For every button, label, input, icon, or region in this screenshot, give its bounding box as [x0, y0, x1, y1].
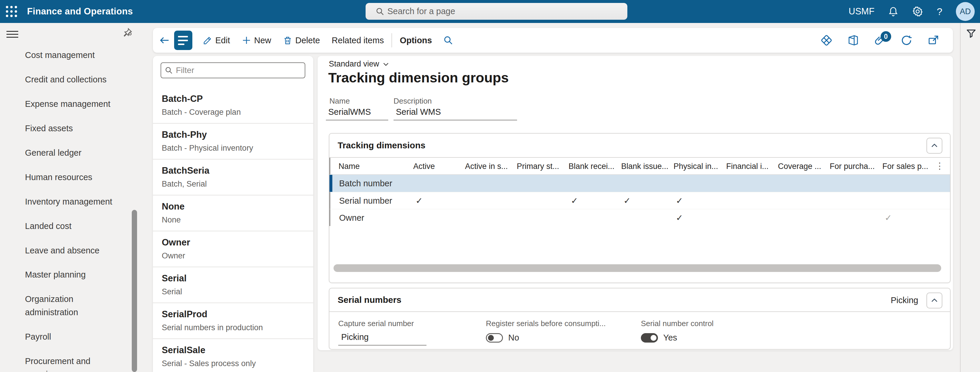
sidebar-item-label: Landed cost — [25, 220, 72, 233]
sidebar-item-expense-management[interactable]: Expense management — [0, 92, 140, 116]
list-item-batch-phy[interactable]: Batch-PhyBatch - Physical inventory — [153, 124, 313, 160]
view-selector[interactable]: Standard view — [329, 59, 390, 69]
capture-serial-number-field[interactable] — [338, 328, 426, 345]
unpin-icon[interactable] — [123, 27, 133, 38]
help-icon[interactable]: ? — [937, 6, 942, 18]
list-item-owner[interactable]: OwnerOwner — [153, 232, 313, 267]
description-field[interactable] — [393, 107, 517, 120]
sidebar-item-human-resources[interactable]: Human resources — [0, 165, 140, 190]
table-row-serial-number[interactable]: Serial number✓✓✓✓ — [329, 192, 950, 209]
sidebar-item-landed-cost[interactable]: Landed cost — [0, 214, 140, 238]
list-item-name: Batch-CP — [162, 94, 310, 104]
list-item-description: Batch, Serial — [162, 179, 310, 188]
attachments-count-badge: 0 — [881, 31, 891, 42]
tracking-dimensions-header[interactable]: Tracking dimensions — [329, 134, 950, 158]
new-button[interactable]: New — [236, 28, 277, 53]
register-serials-toggle[interactable] — [486, 333, 503, 343]
back-arrow-icon[interactable] — [159, 35, 170, 46]
filter-funnel-icon[interactable] — [966, 28, 977, 39]
sidebar-item-label: Inventory management — [25, 195, 112, 208]
filter-input[interactable] — [176, 65, 294, 75]
list-item-batchseria[interactable]: BatchSeriaBatch, Serial — [153, 160, 313, 195]
office-icon[interactable] — [848, 35, 859, 46]
list-item-none[interactable]: NoneNone — [153, 195, 313, 232]
waffle-menu-icon[interactable] — [0, 0, 23, 23]
power-apps-icon[interactable] — [821, 34, 832, 46]
column-header-physical-in[interactable]: Physical in... — [673, 162, 718, 171]
checkmark-icon: ✓ — [676, 213, 683, 223]
related-items-button[interactable]: Related items — [326, 28, 390, 53]
column-header-active-in-s[interactable]: Active in s... — [465, 162, 508, 171]
delete-button[interactable]: Delete — [277, 28, 326, 53]
checkmark-icon: ✓ — [624, 196, 631, 206]
list-item-description: Serial - Sales process only — [162, 359, 310, 368]
collapse-chevron-up-button[interactable] — [926, 292, 942, 308]
show-list-button[interactable] — [174, 30, 192, 50]
column-header-for-sales-p[interactable]: For sales p... — [882, 162, 928, 171]
tracking-dimensions-section: Tracking dimensions NameActiveActive in … — [329, 133, 951, 283]
sidebar-item-organization-administration[interactable]: Organization administration — [0, 287, 140, 325]
settings-gear-icon[interactable] — [912, 6, 923, 17]
column-header-for-purcha[interactable]: For purcha... — [830, 162, 875, 171]
column-header-financial-i[interactable]: Financial i... — [726, 162, 768, 171]
list-item-description: Serial — [162, 287, 310, 296]
sidebar-item-procurement-and-sourcing[interactable]: Procurement and sourcing — [0, 349, 140, 372]
open-in-new-window-icon[interactable] — [928, 34, 939, 46]
nav-scrollbar-thumb[interactable] — [132, 210, 137, 372]
column-header-coverage[interactable]: Coverage ... — [778, 162, 821, 171]
sidebar-item-inventory-management[interactable]: Inventory management — [0, 190, 140, 214]
refresh-icon[interactable] — [900, 34, 912, 46]
sidebar-item-label: Human resources — [25, 171, 92, 184]
divider — [391, 33, 392, 47]
sidebar-item-credit-and-collections[interactable]: Credit and collections — [0, 67, 140, 92]
checkmark-icon: ✓ — [885, 213, 892, 223]
list-item-description: Owner — [162, 251, 310, 260]
attachments-paperclip-icon[interactable]: 0 — [874, 35, 885, 46]
search-icon — [375, 7, 384, 16]
list-item-serial[interactable]: SerialSerial — [153, 267, 313, 303]
options-menu[interactable]: Options — [394, 28, 438, 53]
hamburger-icon[interactable] — [6, 29, 18, 40]
list-item-batch-cp[interactable]: Batch-CPBatch - Coverage plan — [153, 88, 313, 124]
list-item-name: SerialProd — [162, 309, 310, 319]
sidebar-item-payroll[interactable]: Payroll — [0, 325, 140, 349]
table-row-batch-number[interactable]: Batch number — [329, 175, 950, 192]
company-picker[interactable]: USMF — [848, 6, 874, 17]
column-header-blank-recei[interactable]: Blank recei... — [568, 162, 614, 171]
list-filter[interactable] — [161, 62, 305, 78]
column-header-active[interactable]: Active — [413, 162, 435, 171]
list-item-serialsale[interactable]: SerialSaleSerial - Sales process only — [153, 339, 313, 372]
serial-numbers-header[interactable]: Serial numbers Picking — [329, 288, 950, 312]
section-summary: Picking — [891, 295, 918, 305]
sidebar-item-label: Organization administration — [25, 292, 123, 319]
column-header-name[interactable]: Name — [339, 162, 360, 171]
serial-numbers-section: Serial numbers Picking Capture serial nu… — [329, 288, 951, 350]
column-options-icon[interactable]: ⋮ — [935, 161, 944, 171]
trash-icon — [283, 36, 292, 45]
edit-button[interactable]: Edit — [197, 28, 236, 53]
notifications-bell-icon[interactable] — [888, 6, 899, 17]
search-input[interactable] — [387, 6, 605, 16]
sidebar-item-cost-management[interactable]: Cost management — [0, 43, 140, 67]
collapse-chevron-up-button[interactable] — [926, 138, 942, 153]
list-item-description: Serial numbers in production — [162, 323, 310, 332]
column-header-blank-issue[interactable]: Blank issue... — [621, 162, 668, 171]
list-item-name: SerialSale — [162, 345, 310, 356]
sidebar-item-general-ledger[interactable]: General ledger — [0, 140, 140, 165]
name-field[interactable] — [326, 107, 388, 120]
sidebar-item-fixed-assets[interactable]: Fixed assets — [0, 116, 140, 140]
actionbar-search-icon[interactable] — [438, 35, 458, 45]
avatar[interactable]: AD — [956, 2, 975, 21]
plus-icon — [242, 36, 251, 45]
sidebar-item-master-planning[interactable]: Master planning — [0, 262, 140, 287]
row-name-cell: Owner — [339, 213, 364, 223]
sidebar-item-label: Procurement and sourcing — [25, 354, 123, 372]
column-header-primary-st[interactable]: Primary st... — [517, 162, 559, 171]
page-title: Tracking dimension groups — [328, 69, 509, 86]
serial-number-control-toggle[interactable] — [641, 333, 658, 343]
sidebar-item-leave-and-absence[interactable]: Leave and absence — [0, 238, 140, 263]
table-row-owner[interactable]: Owner✓✓ — [329, 209, 950, 226]
grid-horizontal-scrollbar[interactable] — [334, 264, 941, 272]
global-search[interactable] — [366, 3, 627, 20]
list-item-serialprod[interactable]: SerialProdSerial numbers in production — [153, 303, 313, 339]
